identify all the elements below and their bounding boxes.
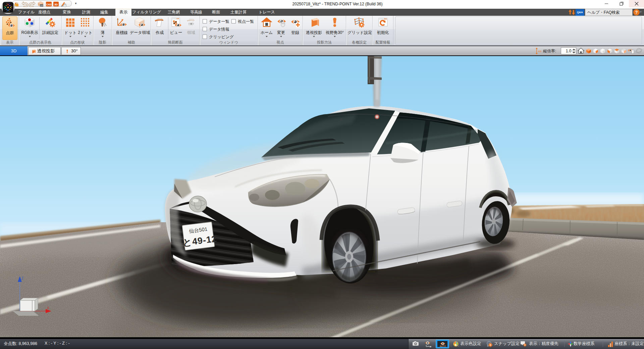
svg-text:CAD: CAD	[46, 3, 51, 6]
svg-text:×n: ×n	[538, 50, 541, 53]
svg-text:X: X	[47, 306, 49, 310]
svg-text:Z: Z	[21, 277, 23, 280]
svg-text:AUTO: AUTO	[440, 345, 446, 347]
svg-text:OFF: OFF	[40, 5, 43, 7]
svg-text:3D: 3D	[54, 3, 58, 6]
svg-text:S: S	[487, 345, 489, 347]
